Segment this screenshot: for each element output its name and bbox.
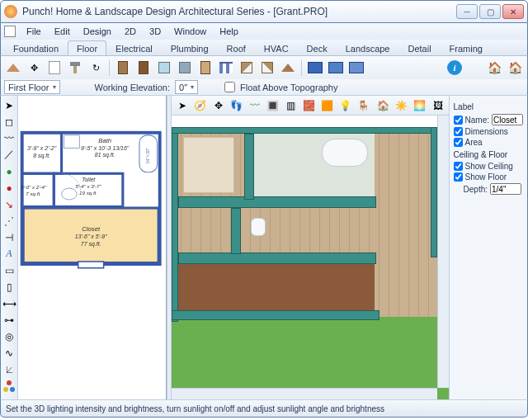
status-bar: Set the 3D lighting intensity and bright… bbox=[0, 399, 528, 418]
v3-slice-icon[interactable]: ▥ bbox=[283, 97, 299, 114]
tool-rect2-icon[interactable]: ▯ bbox=[1, 279, 17, 295]
svg-text:13'-6" x 5'-9": 13'-6" x 5'-9" bbox=[75, 234, 107, 239]
tool-plan1-icon[interactable] bbox=[306, 59, 324, 77]
tool-angle-icon[interactable]: ⟀ bbox=[1, 361, 17, 377]
view3d-canvas[interactable] bbox=[172, 116, 449, 399]
menu-3d[interactable]: 3D bbox=[144, 25, 167, 38]
v3-orbit-icon[interactable]: 🧭 bbox=[192, 97, 209, 114]
svg-text:Closet: Closet bbox=[82, 225, 101, 233]
svg-point-19 bbox=[62, 188, 78, 200]
tool-roof2-icon[interactable] bbox=[279, 59, 297, 77]
v3-render-icon[interactable]: 🖼 bbox=[430, 97, 446, 114]
menu-design[interactable]: Design bbox=[78, 25, 117, 38]
v3-measure-icon[interactable]: 〰 bbox=[247, 97, 263, 114]
house-red-icon[interactable]: 🏠 bbox=[485, 59, 503, 77]
tool-door3-icon[interactable] bbox=[196, 59, 214, 77]
tool-connect-icon[interactable]: ⊶ bbox=[1, 312, 17, 328]
tool-molecule-icon[interactable] bbox=[1, 378, 17, 394]
v3-material-icon[interactable]: 🧱 bbox=[301, 97, 318, 114]
menu-2d[interactable]: 2D bbox=[119, 25, 142, 38]
tool-curtain-icon[interactable] bbox=[217, 59, 235, 77]
tab-electrical[interactable]: Electrical bbox=[106, 40, 162, 55]
area-row: Area bbox=[454, 138, 523, 147]
tab-hvac[interactable]: HVAC bbox=[255, 40, 298, 55]
tool-door1-icon[interactable] bbox=[114, 59, 132, 77]
tool-window1-icon[interactable] bbox=[155, 59, 173, 77]
v3-pan-icon[interactable]: ✥ bbox=[210, 97, 227, 114]
tool-dimension-icon[interactable]: ⟷ bbox=[1, 295, 17, 311]
tool-point-green-icon[interactable]: ● bbox=[1, 163, 17, 179]
svg-text:Toilet: Toilet bbox=[82, 177, 96, 182]
name-checkbox[interactable] bbox=[454, 116, 463, 125]
tab-deck[interactable]: Deck bbox=[298, 40, 337, 55]
tool-arrow-red-icon[interactable]: ↘ bbox=[1, 196, 17, 212]
float-above-label: Float Above Topography bbox=[240, 83, 337, 92]
plan-2d-view[interactable]: 3'-9" x 2'-2" 8 sq.ft. 3'-0" x 2'-4" 7 s… bbox=[18, 96, 167, 399]
menu-help[interactable]: Help bbox=[214, 25, 244, 38]
tool-hammer-icon[interactable] bbox=[66, 59, 84, 77]
v3-light-icon[interactable]: 💡 bbox=[337, 97, 354, 114]
info-button[interactable]: i bbox=[446, 59, 464, 77]
ceiling-floor-head: Ceiling & Floor bbox=[454, 150, 523, 159]
tool-line-icon[interactable]: ／ bbox=[1, 147, 17, 163]
tab-plumbing[interactable]: Plumbing bbox=[162, 40, 218, 55]
tab-framing[interactable]: Framing bbox=[441, 40, 492, 55]
menu-file[interactable]: File bbox=[21, 25, 47, 38]
tool-stairs2-icon[interactable] bbox=[258, 59, 276, 77]
tab-landscape[interactable]: Landscape bbox=[337, 40, 399, 55]
tool-nav-icon[interactable]: ✥ bbox=[25, 59, 43, 77]
tool-text-icon[interactable]: A bbox=[1, 246, 17, 262]
tool-curve-icon[interactable]: ∿ bbox=[1, 345, 17, 361]
menu-window[interactable]: Window bbox=[168, 25, 212, 38]
tool-point-red-icon[interactable]: ● bbox=[1, 180, 17, 196]
v3-home-icon[interactable]: 🏠 bbox=[375, 97, 392, 114]
svg-text:7 sq.ft.: 7 sq.ft. bbox=[26, 191, 41, 196]
v3-walk-icon[interactable]: 👣 bbox=[229, 97, 245, 114]
v3-sun2-icon[interactable]: 🌅 bbox=[412, 97, 428, 114]
v3-color-icon[interactable]: 🟧 bbox=[319, 97, 336, 114]
v-scrollbar[interactable] bbox=[437, 116, 449, 388]
house-green-icon[interactable]: 🏠 bbox=[506, 59, 524, 77]
tab-roof[interactable]: Roof bbox=[218, 40, 255, 55]
close-button[interactable]: ✕ bbox=[502, 4, 524, 19]
tool-roof-icon[interactable] bbox=[4, 59, 22, 77]
minimize-button[interactable]: ─ bbox=[456, 4, 478, 19]
show-ceiling-checkbox[interactable] bbox=[454, 162, 463, 171]
h-scrollbar[interactable] bbox=[172, 388, 437, 399]
float-above-checkbox[interactable] bbox=[224, 82, 235, 92]
working-elevation-value[interactable]: 0" bbox=[175, 80, 198, 94]
tool-freeform-icon[interactable]: 〰 bbox=[1, 130, 17, 146]
tool-rotate-icon[interactable]: ↻ bbox=[87, 59, 105, 77]
tab-detail[interactable]: Detail bbox=[398, 40, 440, 55]
area-checkbox[interactable] bbox=[454, 138, 463, 147]
v3-section-icon[interactable]: 🔳 bbox=[265, 97, 281, 114]
tool-break-icon[interactable]: ⊣ bbox=[1, 229, 17, 245]
tool-shape-icon[interactable]: ◻ bbox=[1, 114, 17, 130]
status-text: Set the 3D lighting intensity and bright… bbox=[6, 404, 384, 413]
floor-selector[interactable]: First Floor bbox=[4, 80, 60, 94]
tab-floor[interactable]: Floor bbox=[68, 40, 106, 55]
tool-ring-icon[interactable]: ◎ bbox=[1, 328, 17, 344]
title-bar: Punch! Home & Landscape Design Architect… bbox=[0, 0, 528, 23]
tool-stairs-icon[interactable] bbox=[238, 59, 256, 77]
dimensions-checkbox[interactable] bbox=[454, 127, 463, 136]
tool-pointer-icon[interactable]: ➤ bbox=[1, 97, 17, 113]
tool-rect-icon[interactable]: ▭ bbox=[1, 262, 17, 278]
tool-window2-icon[interactable] bbox=[176, 59, 194, 77]
svg-text:Bath: Bath bbox=[98, 137, 111, 144]
tool-hatch-icon[interactable]: ⋰ bbox=[1, 213, 17, 229]
v3-pointer-icon[interactable]: ➤ bbox=[174, 97, 191, 114]
tool-plan2-icon[interactable] bbox=[327, 59, 345, 77]
tool-door2-icon[interactable] bbox=[134, 59, 153, 77]
tab-foundation[interactable]: Foundation bbox=[4, 40, 68, 55]
tool-plan3-icon[interactable] bbox=[347, 59, 365, 77]
menu-edit[interactable]: Edit bbox=[49, 25, 76, 38]
v3-table-icon[interactable]: 🪑 bbox=[356, 97, 372, 114]
maximize-button[interactable]: ▢ bbox=[479, 4, 501, 19]
svg-point-1 bbox=[10, 387, 15, 392]
depth-field[interactable] bbox=[490, 183, 521, 195]
v3-sun-icon[interactable]: ☀️ bbox=[394, 97, 410, 114]
name-field[interactable] bbox=[492, 114, 523, 125]
tool-sheet-icon[interactable] bbox=[45, 59, 64, 77]
show-floor-checkbox[interactable] bbox=[454, 172, 463, 182]
